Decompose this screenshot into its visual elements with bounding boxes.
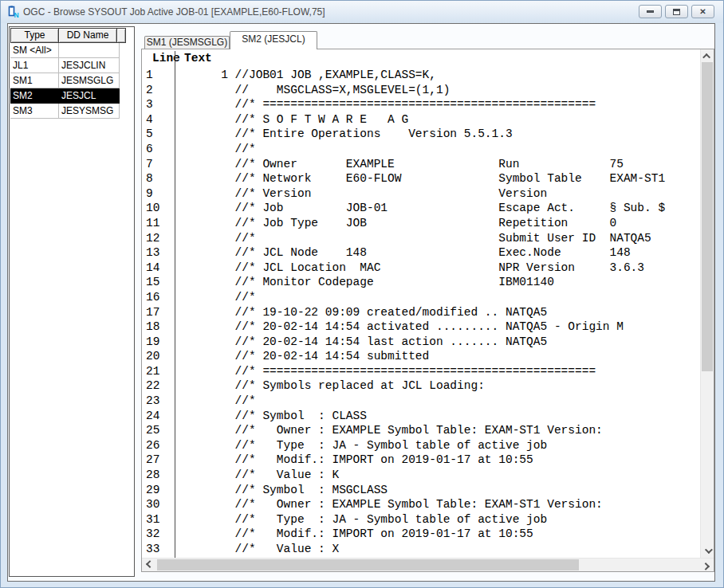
column-header-spare[interactable] — [116, 28, 126, 43]
line-number: 2 — [142, 83, 175, 98]
jcl-line: 33 //* Value : X — [142, 542, 700, 557]
line-number: 31 — [142, 512, 175, 527]
line-text: 1 //JOB01 JOB ,EXAMPLE,CLASS=K, — [175, 68, 436, 83]
sysout-table-header: Type DD Name — [10, 28, 126, 43]
app-window: N OGC - Browse SYSOUT Job Active JOB-01 … — [0, 0, 724, 588]
cell-ddname: JESJCLIN — [59, 58, 120, 73]
vertical-scrollbar[interactable] — [700, 49, 714, 558]
line-text: //* JCL Node 148 Exec.Node 148 — [175, 245, 631, 261]
line-number: 27 — [142, 453, 175, 468]
line-number: 30 — [142, 497, 175, 512]
line-text: //* Symbol : MSGCLASS — [175, 483, 388, 498]
jcl-lines: 1 1 //JOB01 JOB ,EXAMPLE,CLASS=K,2 // MS… — [142, 68, 700, 557]
line-text: //* Owner EXAMPLE Run 75 — [175, 157, 624, 172]
line-text: // MSGCLASS=X,MSGLEVEL=(1,1) — [175, 83, 450, 98]
column-header-ddname[interactable]: DD Name — [58, 28, 117, 43]
chevron-down-icon — [704, 546, 712, 554]
line-number: 17 — [142, 305, 175, 320]
line-text: //* — [175, 394, 256, 409]
line-number: 21 — [142, 364, 175, 379]
scroll-down-button[interactable] — [701, 544, 714, 558]
jcl-line: 14 //* JCL Location MAC NPR Version 3.6.… — [142, 261, 700, 276]
cell-ddname: JESYSMSG — [59, 104, 120, 119]
minimize-button[interactable] — [639, 5, 662, 18]
line-number: 26 — [142, 438, 175, 453]
window-title: OGC - Browse SYSOUT Job Active JOB-01 [E… — [23, 6, 325, 18]
scroll-up-button[interactable] — [701, 49, 714, 63]
cell-type: SM2 — [10, 88, 59, 104]
line-text: //* Network E60-FLOW Symbol Table EXAM-S… — [175, 171, 665, 186]
horizontal-scrollbar[interactable] — [142, 558, 714, 571]
jcl-line: 17 //* 19-10-22 09:09 created/modified .… — [142, 305, 700, 320]
close-button[interactable]: ✕ — [691, 5, 714, 18]
jcl-text-area[interactable]: Line Text 1 1 //JOB01 JOB ,EXAMPLE,CLASS… — [142, 49, 700, 558]
line-number: 25 — [142, 423, 175, 438]
line-number: 5 — [142, 127, 175, 142]
title-bar[interactable]: N OGC - Browse SYSOUT Job Active JOB-01 … — [1, 1, 723, 23]
line-text: //* 20-02-14 14:54 last action ....... N… — [175, 335, 547, 350]
line-text: //* Submit User ID NATQA5 — [175, 231, 651, 246]
tab-sm1-jesmsglg[interactable]: SM1 (JESMSGLG) — [144, 36, 230, 49]
line-number: 32 — [142, 527, 175, 542]
chevron-left-icon — [146, 560, 154, 568]
line-number: 28 — [142, 468, 175, 483]
line-text: //* Version Version — [175, 186, 547, 202]
jcl-line: 7 //* Owner EXAMPLE Run 75 — [142, 157, 700, 172]
column-header-type[interactable]: Type — [10, 28, 59, 43]
table-row-sm2[interactable]: SM2JESJCL — [10, 88, 120, 104]
restore-icon — [673, 9, 680, 15]
jcl-line: 10 //* Job JOB-01 Escape Act. § Sub. $ — [142, 201, 700, 216]
restore-button[interactable] — [665, 5, 688, 18]
line-number: 14 — [142, 261, 175, 276]
jcl-line: 2 // MSGCLASS=X,MSGLEVEL=(1,1) — [142, 83, 700, 98]
line-number: 15 — [142, 275, 175, 290]
horizontal-scrollbar-thumb[interactable] — [157, 559, 579, 570]
line-text: //* S O F T W A R E A G — [175, 112, 408, 127]
line-text: //* 20-02-14 14:54 activated ......... N… — [175, 319, 624, 335]
cell-ddname — [59, 43, 120, 58]
line-number: 6 — [142, 142, 175, 157]
line-number: 33 — [142, 542, 175, 557]
line-text: //* ====================================… — [175, 364, 596, 379]
line-number: 29 — [142, 483, 175, 498]
table-row-jl1[interactable]: JL1JESJCLIN — [10, 58, 120, 73]
line-number: 4 — [142, 112, 175, 127]
tab-sm2-jesjcl[interactable]: SM2 (JESJCL) — [230, 31, 317, 49]
jcl-line: 19 //* 20-02-14 14:54 last action ......… — [142, 335, 700, 350]
cell-type: SM1 — [10, 73, 59, 88]
svg-text:N: N — [14, 11, 19, 19]
client-area: Type DD Name SM <All>JL1JESJCLINSM1JESMS… — [7, 23, 715, 582]
line-text: //* Type : JA - Symbol table of active j… — [175, 438, 547, 453]
cell-type: JL1 — [10, 58, 59, 73]
table-row-sm-all[interactable]: SM <All> — [10, 43, 120, 58]
jcl-line: 18 //* 20-02-14 14:54 activated ........… — [142, 319, 700, 335]
line-text: //* Modif.: IMPORT on 2019-01-17 at 10:5… — [175, 453, 533, 468]
jcl-line: 20 //* 20-02-14 14:54 submitted — [142, 349, 700, 364]
scroll-right-button[interactable] — [700, 559, 714, 571]
line-number: 20 — [142, 349, 175, 364]
jcl-line: 13 //* JCL Node 148 Exec.Node 148 — [142, 245, 700, 261]
line-text: //* Entire Operations Version 5.5.1.3 — [175, 127, 513, 142]
jcl-line: 5 //* Entire Operations Version 5.5.1.3 — [142, 127, 700, 142]
text-column-header: Text — [184, 52, 212, 65]
table-row-sm3[interactable]: SM3JESYSMSG — [10, 104, 120, 119]
table-row-sm1[interactable]: SM1JESMSGLG — [10, 73, 120, 88]
line-number: 1 — [142, 68, 175, 83]
line-number: 22 — [142, 378, 175, 394]
jcl-line: 27 //* Modif.: IMPORT on 2019-01-17 at 1… — [142, 453, 700, 468]
jcl-line: 6 //* — [142, 142, 700, 157]
cell-type: SM3 — [10, 104, 59, 119]
line-text: //* Symbol : CLASS — [175, 409, 367, 424]
line-text: //* Value : X — [175, 542, 339, 557]
jcl-line: 15 //* Monitor Codepage IBM01140 — [142, 275, 700, 290]
jcl-line: 24 //* Symbol : CLASS — [142, 409, 700, 424]
viewer-header: Line Text — [142, 49, 700, 68]
minimize-icon — [647, 10, 654, 13]
line-number: 7 — [142, 157, 175, 172]
jcl-line: 1 1 //JOB01 JOB ,EXAMPLE,CLASS=K, — [142, 68, 700, 83]
scroll-left-button[interactable] — [142, 559, 155, 571]
vertical-scrollbar-thumb[interactable] — [702, 62, 713, 371]
line-text: //* 19-10-22 09:09 created/modified .. N… — [175, 305, 547, 320]
line-text: //* Modif.: IMPORT on 2019-01-17 at 10:5… — [175, 527, 533, 542]
line-number: 16 — [142, 290, 175, 305]
